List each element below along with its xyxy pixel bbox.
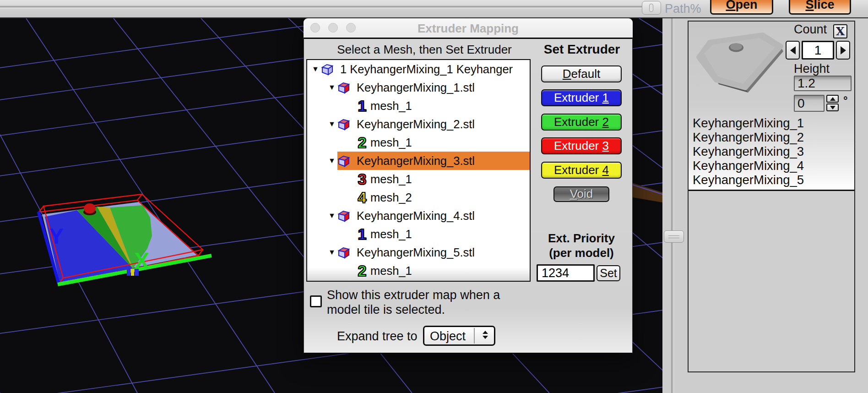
rotation-spinner	[826, 95, 839, 112]
mesh-number-icon: 3	[354, 170, 370, 188]
vertical-slider-track[interactable]	[671, 18, 674, 393]
model-list-item[interactable]: KeyhangerMixing_3	[693, 144, 853, 158]
cube-red-icon	[337, 82, 353, 94]
extruder-mapping-dialog: Extruder Mapping Select a Mesh, then Set…	[304, 18, 633, 354]
model-name-list: KeyhangerMixing_1KeyhangerMixing_2Keyhan…	[693, 116, 853, 187]
count-input[interactable]	[802, 41, 834, 60]
extruder-3-button[interactable]: Extruder 3	[541, 137, 622, 154]
cube-red-icon	[337, 118, 353, 131]
extruder-4-button[interactable]: Extruder 4	[541, 162, 622, 179]
mesh-number-icon: 2	[354, 262, 370, 280]
right-arrow-icon	[841, 46, 846, 55]
tree-row[interactable]: ▼KeyhangerMixing_5.stl	[307, 243, 530, 262]
tree-row-label: mesh_2	[370, 191, 412, 204]
count-label: Count	[794, 22, 827, 37]
extruder-2-button[interactable]: Extruder 2	[541, 114, 622, 131]
extruder-1-button[interactable]: Extruder 1	[541, 89, 622, 106]
default-button[interactable]: Default	[541, 66, 622, 82]
count-decrement-button[interactable]	[786, 41, 800, 60]
mesh-number-icon: 4	[354, 188, 370, 207]
tree-row-label: mesh_1	[370, 173, 412, 186]
dialog-titlebar[interactable]: Extruder Mapping	[304, 18, 633, 38]
cube-red-icon	[337, 246, 353, 259]
y-axis-label: Y	[49, 224, 64, 248]
tree-row-label: KeyhangerMixing_3.stl	[357, 154, 475, 168]
disclosure-triangle-icon[interactable]: ▼	[326, 83, 337, 92]
right-panel-region: Count X Height ° KeyhangerMixing_1Keyhan…	[662, 18, 868, 393]
path-slider-track[interactable]	[0, 6, 660, 8]
tree-row[interactable]: 2mesh_1	[307, 133, 530, 152]
height-label: Height	[794, 62, 830, 76]
tree-row[interactable]: ▼KeyhangerMixing_3.stl	[307, 152, 530, 170]
disclosure-triangle-icon[interactable]: ▼	[326, 248, 337, 257]
cube-red-icon	[337, 210, 353, 222]
model-list-item[interactable]: KeyhangerMixing_1	[693, 116, 853, 130]
tree-row[interactable]: ▼KeyhangerMixing_4.stl	[307, 207, 530, 225]
x-axis-label: X	[134, 248, 149, 274]
degree-symbol: °	[843, 94, 848, 107]
height-input[interactable]	[794, 76, 852, 91]
tree-row-label: 1 KeyhangerMixing_1 Keyhanger	[340, 63, 513, 76]
count-increment-button[interactable]	[836, 41, 850, 60]
priority-input[interactable]	[537, 264, 595, 282]
model-list-item[interactable]: KeyhangerMixing_2	[693, 130, 853, 144]
rotation-input[interactable]	[794, 95, 825, 112]
up-arrow-icon	[830, 97, 835, 101]
tree-row[interactable]: 4mesh_2	[307, 188, 530, 207]
set-extruder-header: Set Extruder	[534, 42, 630, 57]
tree-row[interactable]: ▼KeyhangerMixing_2.stl	[307, 115, 530, 133]
tree-row[interactable]: 2mesh_1	[307, 262, 530, 280]
rotation-up-button[interactable]	[826, 95, 839, 103]
path-slider-knob[interactable]	[642, 1, 661, 15]
cube-blue-icon	[321, 63, 337, 76]
show-map-checkbox[interactable]	[310, 295, 322, 307]
tree-header: Select a Mesh, then Set Extruder	[317, 43, 532, 57]
cube-red-icon	[337, 155, 353, 167]
priority-label-line1: Ext. Priority	[541, 231, 622, 246]
tree-row-label: mesh_1	[370, 264, 412, 278]
tree-row-label: KeyhangerMixing_1.stl	[357, 81, 475, 94]
tree-row[interactable]: ▼1 KeyhangerMixing_1 Keyhanger	[307, 60, 530, 78]
down-arrow-icon	[830, 106, 835, 109]
model-list-item[interactable]: KeyhangerMixing_4	[693, 158, 853, 173]
close-tile-button[interactable]: X	[833, 24, 847, 38]
tree-row[interactable]: 3mesh_1	[307, 170, 530, 188]
hole-marker	[84, 203, 96, 213]
expand-tree-label: Expand tree to	[337, 329, 418, 344]
dropdown-arrows-icon	[483, 331, 488, 339]
rotation-down-button[interactable]	[826, 104, 839, 111]
model-thumbnail	[690, 25, 789, 106]
dialog-title: Extruder Mapping	[304, 22, 633, 36]
disclosure-triangle-icon[interactable]: ▼	[310, 65, 321, 73]
slice-button[interactable]: Slice	[789, 0, 851, 15]
mesh-number-icon: 1	[354, 97, 370, 115]
disclosure-triangle-icon[interactable]: ▼	[326, 157, 337, 165]
checkbox-label-line2: model tile is selected.	[327, 303, 445, 317]
set-priority-button[interactable]: Set	[597, 265, 620, 281]
tree-row-label: KeyhangerMixing_4.stl	[357, 209, 475, 223]
tree-row-label: mesh_1	[370, 99, 412, 113]
path-percent-label: Path%	[665, 2, 701, 16]
tree-row-label: KeyhangerMixing_5.stl	[357, 246, 475, 259]
expand-tree-dropdown[interactable]: Object	[423, 326, 495, 346]
open-button[interactable]: Open	[710, 0, 773, 15]
dropdown-value: Object	[430, 329, 466, 344]
mesh-number-icon: 2	[354, 133, 370, 152]
tree-row-label: mesh_1	[370, 136, 412, 149]
model-list-item[interactable]: KeyhangerMixing_5	[693, 173, 853, 187]
void-button[interactable]: Void	[553, 186, 609, 202]
model-tile[interactable]: Count X Height ° KeyhangerMixing_1Keyhan…	[689, 22, 854, 191]
mesh-tree[interactable]: ▼1 KeyhangerMixing_1 Keyhanger▼Keyhanger…	[306, 59, 531, 282]
mesh-number-icon: 1	[354, 225, 370, 243]
checkbox-label-line1: Show this extruder map when a	[327, 288, 500, 302]
vertical-slider-handle[interactable]	[664, 230, 684, 243]
disclosure-triangle-icon[interactable]: ▼	[326, 212, 337, 220]
disclosure-triangle-icon[interactable]: ▼	[326, 120, 337, 128]
left-arrow-icon	[790, 46, 796, 55]
models-panel: Count X Height ° KeyhangerMixing_1Keyhan…	[688, 21, 855, 372]
tree-row[interactable]: 1mesh_1	[307, 225, 530, 243]
tree-row[interactable]: ▼KeyhangerMixing_1.stl	[307, 78, 530, 97]
tree-row-label: mesh_1	[370, 228, 412, 241]
tree-row[interactable]: 1mesh_1	[307, 97, 530, 115]
dialog-content: Select a Mesh, then Set Extruder Set Ext…	[304, 38, 633, 354]
